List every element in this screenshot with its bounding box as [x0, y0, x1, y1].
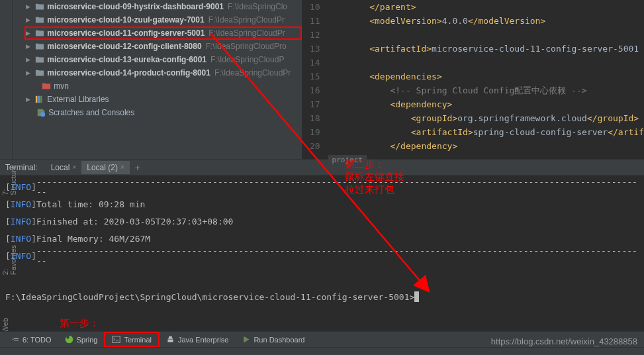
- add-tab-button[interactable]: +: [130, 162, 146, 173]
- module-path: F:\IdeaSpringCloudPr: [208, 28, 285, 38]
- module-name: microservice-cloud-12-config-client-8080: [47, 42, 201, 51]
- mvn-label: mvn: [54, 81, 69, 91]
- folder-icon: [35, 15, 44, 25]
- module-name: microservice-cloud-13-eureka-config-6001: [47, 55, 207, 64]
- terminal-prompt: F:\IdeaSpringCloudProject\SpringCloud\mi…: [5, 292, 414, 302]
- terminal-panel: Terminal: Local× Local (2)× + [INFO] ---…: [0, 159, 644, 308]
- module-path: F:\IdeaSpringClo: [228, 2, 287, 11]
- cursor: [414, 291, 419, 302]
- project-tree[interactable]: ▶ microservice-cloud-09-hystrix-dashboar…: [13, 0, 301, 159]
- expand-arrow-icon[interactable]: ▶: [26, 3, 32, 10]
- folder-icon: [42, 81, 51, 91]
- tree-item-scratches[interactable]: Scratches and Consoles: [13, 106, 301, 119]
- terminal-icon: [112, 335, 120, 344]
- expand-arrow-icon[interactable]: ▶: [26, 56, 32, 63]
- favorites-tab[interactable]: 2: Favorites: [1, 245, 17, 275]
- tree-item-mvn[interactable]: mvn: [13, 79, 301, 93]
- folder-icon: [35, 42, 44, 51]
- folder-icon: [35, 55, 44, 64]
- java-icon: [166, 335, 175, 344]
- close-icon[interactable]: ×: [72, 164, 76, 171]
- tree-item-highlighted[interactable]: ▶ microservice-cloud-11-config-server-50…: [24, 26, 301, 40]
- svg-rect-1: [38, 96, 40, 103]
- module-name: microservice-cloud-11-config-server-5001: [47, 28, 205, 38]
- structure-tab[interactable]: 7: Structure: [1, 166, 17, 195]
- play-icon: [242, 335, 250, 344]
- todo-button[interactable]: ≔ 6: TODO: [5, 333, 58, 346]
- module-name: microservice-cloud-14-product-config-800…: [47, 68, 210, 77]
- scratches-label: Scratches and Consoles: [48, 108, 134, 117]
- close-icon[interactable]: ×: [120, 164, 124, 171]
- spring-button[interactable]: Spring: [58, 333, 105, 346]
- terminal-tab-active[interactable]: Local (2)×: [81, 161, 130, 174]
- folder-icon: [35, 2, 44, 11]
- tree-item-libs[interactable]: ▶ External Libraries: [13, 93, 301, 106]
- terminal-output[interactable]: [INFO] ---------------------------------…: [0, 176, 644, 308]
- libs-label: External Libraries: [47, 95, 109, 104]
- expand-arrow-icon[interactable]: ▶: [26, 17, 32, 23]
- scratches-icon: [36, 108, 46, 117]
- library-icon: [35, 95, 44, 104]
- code-editor[interactable]: 10 </parent>11 <modelVersion>4.0.0</mode…: [302, 0, 644, 159]
- tree-item[interactable]: ▶ microservice-cloud-09-hystrix-dashboar…: [13, 0, 301, 13]
- run-dashboard-button[interactable]: Run Dashboard: [235, 333, 311, 346]
- expand-arrow-icon[interactable]: ▶: [26, 43, 32, 50]
- status-bar: [0, 347, 644, 355]
- folder-icon: [35, 28, 44, 38]
- spring-icon: [65, 335, 73, 344]
- module-path: F:\IdeaSpringCloudPr: [208, 15, 285, 25]
- tree-item[interactable]: ▶ microservice-cloud-10-zuul-gateway-700…: [13, 13, 301, 26]
- folder-icon: [35, 68, 44, 77]
- module-path: F:\IdeaSpringCloudPro: [206, 42, 287, 51]
- svg-rect-4: [113, 336, 120, 343]
- expand-arrow-icon[interactable]: ▶: [26, 96, 32, 103]
- tree-item[interactable]: ▶ microservice-cloud-14-product-config-8…: [13, 66, 301, 79]
- expand-arrow-icon[interactable]: ▶: [26, 70, 32, 76]
- expand-arrow-icon[interactable]: ▶: [26, 30, 32, 36]
- annotation-step1: 第一步：: [60, 317, 99, 330]
- terminal-tab[interactable]: Local×: [46, 161, 82, 174]
- watermark: https://blog.csdn.net/weixin_43288858: [491, 336, 637, 346]
- svg-rect-2: [40, 96, 42, 103]
- list-icon: ≔: [12, 335, 19, 344]
- module-path: F:\IdeaSpringCloudP: [210, 55, 284, 64]
- left-gutter: 7: Structure 2: Favorites Web: [0, 0, 13, 159]
- module-name: microservice-cloud-10-zuul-gateway-7001: [47, 15, 204, 25]
- tree-item[interactable]: ▶ microservice-cloud-12-config-client-80…: [13, 40, 301, 53]
- module-name: microservice-cloud-09-hystrix-dashboard-…: [47, 2, 224, 11]
- svg-rect-0: [36, 96, 38, 103]
- java-enterprise-button[interactable]: Java Enterprise: [160, 333, 235, 346]
- module-path: F:\IdeaSpringCloudPr: [214, 68, 291, 77]
- svg-point-3: [40, 112, 45, 117]
- annotation-step2: 第二步： 鼠标左键直接 拉过来打包: [345, 158, 404, 196]
- terminal-button[interactable]: Terminal: [104, 332, 160, 347]
- tree-item[interactable]: ▶ microservice-cloud-13-eureka-config-60…: [13, 53, 301, 66]
